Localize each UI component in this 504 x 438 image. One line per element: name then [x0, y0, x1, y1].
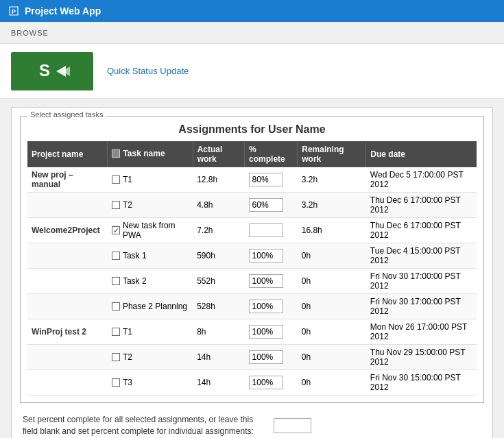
percent-input[interactable]	[249, 173, 283, 186]
percent-input[interactable]	[249, 249, 283, 263]
cell-task-name: T1	[108, 167, 193, 193]
cell-percent-complete	[245, 243, 298, 269]
sharepoint-logo: S	[11, 52, 93, 90]
cell-percent-complete	[245, 345, 298, 370]
task-checkbox-icon[interactable]	[112, 378, 120, 387]
percent-input[interactable]	[249, 350, 283, 364]
cell-task-name: T3	[108, 370, 193, 396]
window-controls	[485, 5, 496, 16]
table-row: Task 1590h0hTue Dec 4 15:00:00 PST 2012	[27, 243, 477, 269]
table-row: Phase 2 Planning528h0hFri Nov 30 17:00:0…	[27, 294, 477, 319]
table-row: T314h0hFri Nov 30 15:00:00 PST 2012	[27, 370, 477, 396]
bottom-percent-input[interactable]	[274, 418, 311, 433]
cell-task-name: T2	[108, 193, 193, 218]
cell-due-date: Fri Nov 30 17:00:00 PST 2012	[366, 269, 477, 294]
task-checkbox-icon[interactable]	[112, 252, 120, 260]
cell-percent-complete	[245, 269, 298, 294]
task-name-label: Task 2	[123, 276, 147, 286]
table-row: T24.8h3.2hThu Dec 6 17:00:00 PST 2012	[27, 193, 477, 218]
cell-actual-work: 14h	[193, 345, 244, 370]
cell-percent-complete	[245, 167, 298, 193]
percent-input[interactable]	[249, 376, 283, 389]
percent-complete-label: Set percent complete for all selected as…	[23, 414, 269, 437]
table-row: New proj – manualT112.8h3.2hWed Dec 5 17…	[27, 167, 477, 193]
fieldset-border: Select assigned tasks Assignments for Us…	[20, 116, 484, 403]
task-name-label: T2	[123, 200, 132, 210]
cell-remaining-work: 0h	[298, 243, 366, 269]
task-checkbox-icon[interactable]	[112, 328, 120, 336]
title-bar: P Project Web App	[0, 0, 504, 22]
project-icon: P	[8, 5, 19, 16]
main-content: Select assigned tasks Assignments for Us…	[11, 107, 493, 438]
cell-remaining-work: 16.8h	[298, 218, 366, 243]
task-name-label: T2	[123, 352, 132, 362]
cell-due-date: Fri Nov 30 15:00:00 PST 2012	[366, 370, 477, 396]
table-row: WinProj test 2T18h0hMon Nov 26 17:00:00 …	[27, 319, 477, 345]
cell-project-name	[27, 193, 108, 218]
cell-task-name: Task 1	[108, 243, 193, 269]
cell-project-name	[27, 345, 108, 370]
task-checkbox-icon[interactable]	[112, 302, 120, 311]
task-checkbox-icon[interactable]	[112, 353, 120, 361]
col-percent-complete: % complete	[245, 141, 298, 167]
percent-input[interactable]	[249, 223, 283, 237]
cell-due-date: Thu Dec 6 17:00:00 PST 2012	[366, 193, 477, 218]
table-row: T214h0hThu Nov 29 15:00:00 PST 2012	[27, 345, 477, 370]
task-checkbox-icon[interactable]	[112, 277, 120, 285]
cell-due-date: Fri Nov 30 17:00:00 PST 2012	[366, 294, 477, 319]
assignments-title: Assignments for User Name	[27, 123, 477, 136]
cell-actual-work: 4.8h	[193, 193, 244, 218]
task-checkbox-icon[interactable]	[112, 201, 120, 209]
table-row: Task 2552h0hFri Nov 30 17:00:00 PST 2012	[27, 269, 477, 294]
cell-remaining-work: 0h	[298, 319, 366, 345]
quick-status-link[interactable]: Quick Status Update	[107, 66, 189, 76]
col-actual-work: Actual work	[193, 141, 244, 167]
col-task-name: Task name	[108, 141, 193, 167]
table-row: Welcome2Project✓New task from PWA7.2h16.…	[27, 218, 477, 243]
app-title: Project Web App	[25, 5, 101, 16]
task-name-label: Task 1	[123, 251, 147, 260]
cell-project-name	[27, 370, 108, 396]
cell-actual-work: 528h	[193, 294, 244, 319]
header-area: S Quick Status Update	[0, 44, 504, 99]
cell-project-name: New proj – manual	[27, 167, 108, 193]
percent-input[interactable]	[249, 325, 283, 339]
cell-actual-work: 14h	[193, 370, 244, 396]
cell-due-date: Tue Dec 4 15:00:00 PST 2012	[366, 243, 477, 269]
svg-text:S: S	[39, 61, 50, 80]
cell-remaining-work: 3.2h	[298, 193, 366, 218]
cell-remaining-work: 0h	[298, 345, 366, 370]
header-checkbox-icon[interactable]	[112, 149, 120, 158]
cell-percent-complete	[245, 370, 298, 396]
browse-bar: BROWSE	[0, 22, 504, 44]
percent-input[interactable]	[249, 274, 283, 288]
cell-project-name: Welcome2Project	[27, 218, 108, 243]
col-due-date: Due date	[366, 141, 477, 167]
svg-text:P: P	[12, 8, 16, 15]
col-remaining-work: Remaining work	[298, 141, 366, 167]
cell-task-name: Task 2	[108, 269, 193, 294]
cell-project-name	[27, 294, 108, 319]
cell-remaining-work: 0h	[298, 370, 366, 396]
assignments-table: Project name Task name Actual work % com…	[27, 141, 477, 396]
cell-due-date: Wed Dec 5 17:00:00 PST 2012	[366, 167, 477, 193]
percent-complete-row: Set percent complete for all selected as…	[23, 414, 481, 437]
cell-actual-work: 8h	[193, 319, 244, 345]
cell-percent-complete	[245, 294, 298, 319]
col-project-name: Project name	[27, 141, 108, 167]
table-header: Project name Task name Actual work % com…	[27, 141, 477, 167]
cell-due-date: Thu Nov 29 15:00:00 PST 2012	[366, 345, 477, 370]
cell-actual-work: 7.2h	[193, 218, 244, 243]
bottom-area: Set percent complete for all selected as…	[20, 411, 484, 438]
cell-due-date: Thu Dec 6 17:00:00 PST 2012	[366, 218, 477, 243]
cell-percent-complete	[245, 193, 298, 218]
percent-input[interactable]	[249, 300, 283, 313]
cell-remaining-work: 3.2h	[298, 167, 366, 193]
cell-task-name: Phase 2 Planning	[108, 294, 193, 319]
percent-input[interactable]	[249, 198, 283, 212]
cell-project-name: WinProj test 2	[27, 319, 108, 345]
task-checkbox-icon[interactable]: ✓	[112, 226, 120, 234]
cell-project-name	[27, 269, 108, 294]
cell-project-name	[27, 243, 108, 269]
task-checkbox-icon[interactable]	[112, 175, 120, 184]
